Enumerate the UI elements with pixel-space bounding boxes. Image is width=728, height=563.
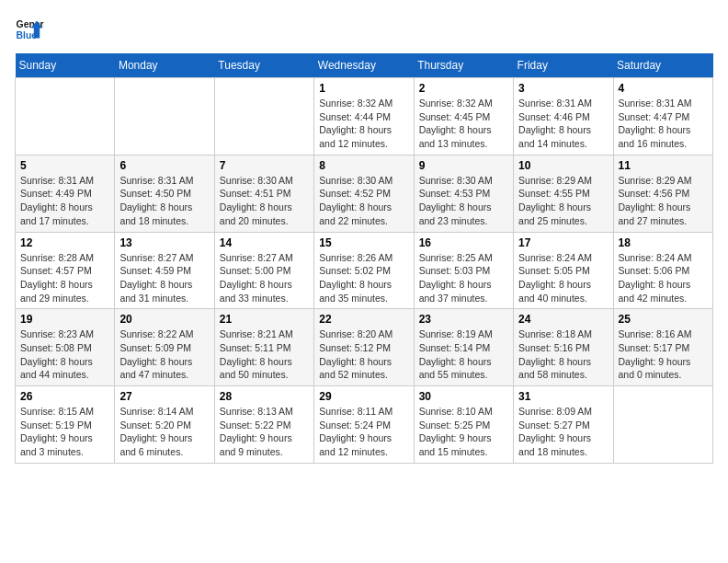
day-cell: 15Sunrise: 8:26 AM Sunset: 5:02 PM Dayli… [314,232,414,309]
day-cell: 19Sunrise: 8:23 AM Sunset: 5:08 PM Dayli… [16,309,115,386]
day-cell: 25Sunrise: 8:16 AM Sunset: 5:17 PM Dayli… [613,309,712,386]
day-cell: 30Sunrise: 8:10 AM Sunset: 5:25 PM Dayli… [414,386,513,464]
day-number: 18 [619,236,708,249]
day-number: 11 [619,159,708,172]
day-info: Sunrise: 8:09 AM Sunset: 5:27 PM Dayligh… [518,405,608,459]
day-info: Sunrise: 8:32 AM Sunset: 4:44 PM Dayligh… [319,97,408,151]
day-info: Sunrise: 8:31 AM Sunset: 4:46 PM Dayligh… [518,97,608,151]
day-number: 6 [119,159,209,172]
day-cell: 21Sunrise: 8:21 AM Sunset: 5:11 PM Dayli… [214,309,313,386]
day-info: Sunrise: 8:25 AM Sunset: 5:03 PM Dayligh… [419,251,508,305]
day-cell: 5Sunrise: 8:31 AM Sunset: 4:49 PM Daylig… [16,155,115,232]
day-number: 8 [319,159,408,172]
day-cell: 10Sunrise: 8:29 AM Sunset: 4:55 PM Dayli… [514,155,613,232]
weekday-header-sunday: Sunday [16,53,115,78]
day-number: 3 [518,82,608,95]
day-number: 9 [419,159,508,172]
day-cell: 26Sunrise: 8:15 AM Sunset: 5:19 PM Dayli… [16,386,115,464]
day-number: 17 [518,236,608,249]
day-number: 28 [220,390,309,403]
day-info: Sunrise: 8:24 AM Sunset: 5:06 PM Dayligh… [619,251,708,305]
day-cell: 9Sunrise: 8:30 AM Sunset: 4:53 PM Daylig… [414,155,513,232]
day-cell [613,386,712,464]
day-info: Sunrise: 8:31 AM Sunset: 4:49 PM Dayligh… [20,174,109,228]
day-info: Sunrise: 8:28 AM Sunset: 4:57 PM Dayligh… [20,251,109,305]
day-number: 5 [20,159,109,172]
weekday-header-row: SundayMondayTuesdayWednesdayThursdayFrid… [16,53,713,78]
weekday-header-friday: Friday [514,53,613,78]
day-number: 14 [220,236,309,249]
day-cell [115,78,214,155]
logo-icon: General Blue [15,15,44,44]
day-info: Sunrise: 8:31 AM Sunset: 4:47 PM Dayligh… [619,97,708,151]
weekday-header-wednesday: Wednesday [314,53,414,78]
day-info: Sunrise: 8:19 AM Sunset: 5:14 PM Dayligh… [419,327,508,382]
week-row-2: 5Sunrise: 8:31 AM Sunset: 4:49 PM Daylig… [16,155,713,232]
day-number: 1 [319,82,408,95]
day-number: 24 [518,313,608,326]
day-info: Sunrise: 8:32 AM Sunset: 4:45 PM Dayligh… [419,97,508,151]
day-cell: 28Sunrise: 8:13 AM Sunset: 5:22 PM Dayli… [214,386,313,464]
week-row-3: 12Sunrise: 8:28 AM Sunset: 4:57 PM Dayli… [16,232,713,309]
day-cell: 6Sunrise: 8:31 AM Sunset: 4:50 PM Daylig… [115,155,214,232]
day-info: Sunrise: 8:24 AM Sunset: 5:05 PM Dayligh… [518,251,608,305]
day-number: 12 [20,236,109,249]
day-info: Sunrise: 8:20 AM Sunset: 5:12 PM Dayligh… [319,327,408,382]
day-cell [16,78,115,155]
day-info: Sunrise: 8:27 AM Sunset: 4:59 PM Dayligh… [119,251,209,305]
day-cell: 1Sunrise: 8:32 AM Sunset: 4:44 PM Daylig… [314,78,414,155]
day-number: 31 [518,390,608,403]
day-number: 2 [419,82,508,95]
day-number: 21 [220,313,309,326]
day-cell: 29Sunrise: 8:11 AM Sunset: 5:24 PM Dayli… [314,386,414,464]
day-number: 13 [119,236,209,249]
day-info: Sunrise: 8:16 AM Sunset: 5:17 PM Dayligh… [619,327,708,382]
weekday-header-tuesday: Tuesday [214,53,313,78]
day-info: Sunrise: 8:29 AM Sunset: 4:55 PM Dayligh… [518,174,608,228]
day-info: Sunrise: 8:27 AM Sunset: 5:00 PM Dayligh… [220,251,309,305]
day-cell: 18Sunrise: 8:24 AM Sunset: 5:06 PM Dayli… [613,232,712,309]
day-cell: 3Sunrise: 8:31 AM Sunset: 4:46 PM Daylig… [514,78,613,155]
day-number: 10 [518,159,608,172]
day-cell: 4Sunrise: 8:31 AM Sunset: 4:47 PM Daylig… [613,78,712,155]
day-cell: 27Sunrise: 8:14 AM Sunset: 5:20 PM Dayli… [115,386,214,464]
day-cell: 14Sunrise: 8:27 AM Sunset: 5:00 PM Dayli… [214,232,313,309]
page-header: General Blue [15,15,713,44]
day-number: 26 [20,390,109,403]
day-cell: 8Sunrise: 8:30 AM Sunset: 4:52 PM Daylig… [314,155,414,232]
day-cell: 20Sunrise: 8:22 AM Sunset: 5:09 PM Dayli… [115,309,214,386]
day-number: 4 [619,82,708,95]
day-info: Sunrise: 8:11 AM Sunset: 5:24 PM Dayligh… [319,405,408,459]
day-number: 30 [419,390,508,403]
day-info: Sunrise: 8:31 AM Sunset: 4:50 PM Dayligh… [119,174,209,228]
day-cell: 17Sunrise: 8:24 AM Sunset: 5:05 PM Dayli… [514,232,613,309]
day-info: Sunrise: 8:29 AM Sunset: 4:56 PM Dayligh… [619,174,708,228]
week-row-1: 1Sunrise: 8:32 AM Sunset: 4:44 PM Daylig… [16,78,713,155]
day-info: Sunrise: 8:10 AM Sunset: 5:25 PM Dayligh… [419,405,508,459]
day-number: 23 [419,313,508,326]
day-number: 29 [319,390,408,403]
logo: General Blue [15,15,44,44]
day-info: Sunrise: 8:18 AM Sunset: 5:16 PM Dayligh… [518,327,608,382]
day-info: Sunrise: 8:30 AM Sunset: 4:52 PM Dayligh… [319,174,408,228]
day-number: 15 [319,236,408,249]
day-cell: 24Sunrise: 8:18 AM Sunset: 5:16 PM Dayli… [514,309,613,386]
day-info: Sunrise: 8:15 AM Sunset: 5:19 PM Dayligh… [20,405,109,459]
day-cell: 2Sunrise: 8:32 AM Sunset: 4:45 PM Daylig… [414,78,513,155]
calendar-table: SundayMondayTuesdayWednesdayThursdayFrid… [15,53,713,464]
day-cell [214,78,313,155]
day-info: Sunrise: 8:23 AM Sunset: 5:08 PM Dayligh… [20,327,109,382]
day-info: Sunrise: 8:26 AM Sunset: 5:02 PM Dayligh… [319,251,408,305]
day-number: 7 [220,159,309,172]
day-cell: 22Sunrise: 8:20 AM Sunset: 5:12 PM Dayli… [314,309,414,386]
day-cell: 11Sunrise: 8:29 AM Sunset: 4:56 PM Dayli… [613,155,712,232]
day-cell: 12Sunrise: 8:28 AM Sunset: 4:57 PM Dayli… [16,232,115,309]
day-info: Sunrise: 8:21 AM Sunset: 5:11 PM Dayligh… [220,327,309,382]
day-info: Sunrise: 8:30 AM Sunset: 4:53 PM Dayligh… [419,174,508,228]
day-cell: 7Sunrise: 8:30 AM Sunset: 4:51 PM Daylig… [214,155,313,232]
weekday-header-thursday: Thursday [414,53,513,78]
day-number: 16 [419,236,508,249]
day-cell: 31Sunrise: 8:09 AM Sunset: 5:27 PM Dayli… [514,386,613,464]
day-info: Sunrise: 8:30 AM Sunset: 4:51 PM Dayligh… [220,174,309,228]
day-info: Sunrise: 8:13 AM Sunset: 5:22 PM Dayligh… [220,405,309,459]
